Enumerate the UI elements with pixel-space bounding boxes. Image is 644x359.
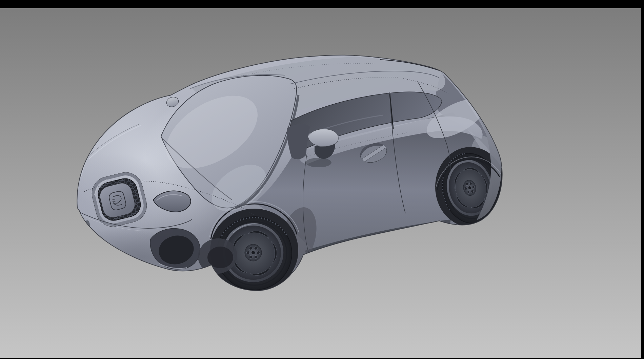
viewport-scene [0, 0, 644, 359]
cad-application-window [0, 0, 644, 359]
top-black-bar [0, 0, 644, 8]
right-black-bar [641, 0, 644, 359]
